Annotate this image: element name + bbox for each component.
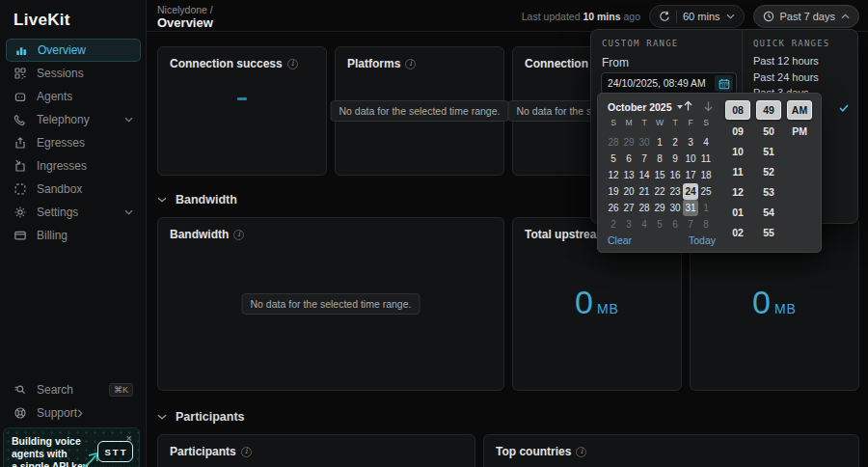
calendar-day[interactable]: 8 xyxy=(698,216,714,233)
calendar-day[interactable]: 6 xyxy=(621,151,637,167)
sidebar-item-sessions[interactable]: Sessions xyxy=(6,62,141,85)
sidebar-item-settings[interactable]: Settings xyxy=(6,201,141,224)
calendar-day[interactable]: 29 xyxy=(621,134,637,151)
minute-option[interactable]: 53 xyxy=(756,182,781,203)
hour-option[interactable]: 10 xyxy=(725,142,750,162)
calendar-day[interactable]: 1 xyxy=(698,200,714,216)
sidebar-item-label: Sandbox xyxy=(37,182,82,196)
calendar-day[interactable]: 20 xyxy=(621,183,637,200)
info-icon[interactable]: i xyxy=(405,59,416,69)
minute-option[interactable]: 51 xyxy=(756,142,781,162)
calendar-day[interactable]: 23 xyxy=(667,183,683,200)
calendar-day[interactable]: 12 xyxy=(606,167,621,183)
sidebar-item-sandbox[interactable]: Sandbox xyxy=(6,178,141,201)
refresh-icon[interactable] xyxy=(659,11,670,22)
weekday-label: S xyxy=(698,118,714,129)
robot-icon xyxy=(14,90,27,103)
sidebar-item-billing[interactable]: Billing xyxy=(6,224,141,247)
time-range-button[interactable]: Past 7 days xyxy=(753,5,859,28)
today-button[interactable]: Today xyxy=(689,234,716,246)
calendar-day[interactable]: 31 xyxy=(683,200,698,216)
hour-option[interactable]: 11 xyxy=(725,162,750,182)
calendar-days-grid: 2829301234567891011121314151617181920212… xyxy=(606,134,714,233)
participants-section-header[interactable]: Participants xyxy=(157,410,245,424)
calendar-day[interactable]: 27 xyxy=(621,200,637,216)
breadcrumb[interactable]: Nicelydone / xyxy=(157,4,213,15)
calendar-day[interactable]: 16 xyxy=(667,167,683,183)
calendar-day[interactable]: 7 xyxy=(683,216,698,233)
calendar-day[interactable]: 3 xyxy=(683,134,698,151)
refresh-interval-button[interactable]: 60 mins xyxy=(649,5,745,28)
calendar-icon[interactable] xyxy=(715,75,733,92)
calendar-day[interactable]: 30 xyxy=(667,200,683,216)
hour-option[interactable]: 01 xyxy=(725,203,750,223)
support-button[interactable]: Support xyxy=(6,401,141,425)
search-button[interactable]: Search ⌘K xyxy=(6,378,141,401)
calendar-day[interactable]: 14 xyxy=(637,167,652,183)
calendar-day[interactable]: 10 xyxy=(683,151,698,167)
calendar-day[interactable]: 30 xyxy=(637,134,652,151)
clear-button[interactable]: Clear xyxy=(608,234,632,246)
minute-option[interactable]: 49 xyxy=(756,100,781,120)
calendar-day[interactable]: 15 xyxy=(652,167,667,183)
calendar-day[interactable]: 4 xyxy=(698,134,714,151)
sidebar-item-overview[interactable]: Overview xyxy=(6,39,141,62)
calendar-day[interactable]: 28 xyxy=(637,200,652,216)
quick-range-option[interactable]: Past 24 hours xyxy=(743,69,858,84)
calendar-day[interactable]: 11 xyxy=(698,151,714,167)
next-month-arrow-down[interactable] xyxy=(699,97,717,115)
calendar-day[interactable]: 18 xyxy=(698,167,714,183)
from-datetime-input[interactable] xyxy=(608,78,715,89)
calendar-day[interactable]: 17 xyxy=(683,167,698,183)
calendar-day[interactable]: 2 xyxy=(606,216,621,233)
meridiem-option[interactable]: AM xyxy=(787,100,812,120)
hour-option[interactable]: 12 xyxy=(725,182,750,203)
hour-option[interactable]: 09 xyxy=(725,122,750,142)
calendar-day[interactable]: 4 xyxy=(637,216,652,233)
calendar-day[interactable]: 6 xyxy=(667,216,683,233)
calendar-day[interactable]: 1 xyxy=(652,134,667,151)
prev-month-arrow-up[interactable] xyxy=(679,97,696,115)
chevron-down-icon xyxy=(157,197,167,203)
calendar-day[interactable]: 13 xyxy=(621,167,637,183)
no-data-message: No data for the selected time range. xyxy=(242,293,420,315)
sidebar-item-telephony[interactable]: Telephony xyxy=(6,108,141,131)
calendar-day[interactable]: 3 xyxy=(621,216,637,233)
info-icon[interactable]: i xyxy=(233,230,244,240)
calendar-day[interactable]: 5 xyxy=(606,151,621,167)
calendar-day[interactable]: 7 xyxy=(637,151,652,167)
calendar-day[interactable]: 26 xyxy=(606,200,621,216)
calendar-day[interactable]: 25 xyxy=(698,183,714,200)
weekday-label: M xyxy=(621,118,637,129)
calendar-day[interactable]: 19 xyxy=(606,183,621,200)
quick-range-option[interactable]: Past 12 hours xyxy=(743,53,858,69)
calendar-day[interactable]: 2 xyxy=(667,134,683,151)
calendar-day[interactable]: 29 xyxy=(652,200,667,216)
sidebar-item-ingresses[interactable]: Ingresses xyxy=(6,154,141,178)
info-icon[interactable]: i xyxy=(241,447,252,457)
info-icon[interactable]: i xyxy=(287,59,298,69)
calendar-day[interactable]: 22 xyxy=(652,183,667,200)
hour-option[interactable]: 08 xyxy=(725,100,750,120)
info-icon[interactable]: i xyxy=(576,447,586,457)
bandwidth-section-header[interactable]: Bandwidth xyxy=(157,193,237,206)
livekit-logo[interactable]: LiveKit xyxy=(14,11,70,30)
sidebar-item-agents[interactable]: Agents xyxy=(6,85,141,108)
hour-option[interactable]: 02 xyxy=(725,223,750,243)
quick-range-label: Past 12 hours xyxy=(753,55,819,67)
minute-option[interactable]: 52 xyxy=(756,162,781,182)
calendar-day[interactable]: 8 xyxy=(652,151,667,167)
minute-option[interactable]: 54 xyxy=(756,203,781,223)
month-selector[interactable]: October 2025 xyxy=(608,99,683,115)
sidebar-item-egresses[interactable]: Egresses xyxy=(6,131,141,154)
minute-option[interactable]: 55 xyxy=(756,223,781,243)
meridiem-option[interactable]: PM xyxy=(787,122,812,142)
header-controls: Last updated 10 mins ago 60 mins Past 7 … xyxy=(522,5,859,28)
calendar-day[interactable]: 28 xyxy=(606,134,621,151)
calendar-day[interactable]: 24 xyxy=(683,183,698,200)
calendar-day[interactable]: 21 xyxy=(637,183,652,200)
minute-option[interactable]: 50 xyxy=(756,122,781,142)
calendar-day[interactable]: 9 xyxy=(667,151,683,167)
stt-badge-button[interactable]: STT xyxy=(97,441,133,462)
calendar-day[interactable]: 5 xyxy=(652,216,667,233)
